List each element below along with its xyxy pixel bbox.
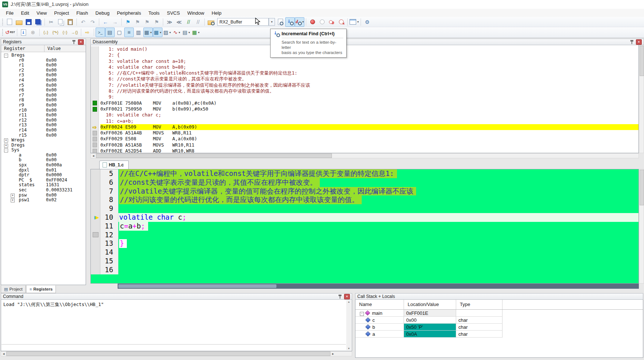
run-to-cursor-button[interactable]: →{} bbox=[70, 28, 79, 37]
register-row[interactable]: r70x00 bbox=[1, 93, 86, 98]
register-row[interactable]: r140x00 bbox=[1, 128, 86, 133]
register-row[interactable]: dptr0x0000 bbox=[1, 173, 86, 178]
tree-expander-icon[interactable]: + bbox=[4, 138, 8, 143]
editor-line[interactable]: 8//对访问该变量的代码进行优化，而是应该每次都在内存中读取该变量的值。 bbox=[91, 195, 638, 204]
disassembly-code[interactable]: 1: void main() 2: { 3: volatile char con… bbox=[90, 45, 639, 153]
disassembly-gutter[interactable] bbox=[91, 64, 99, 70]
editor-margin[interactable] bbox=[91, 257, 100, 266]
register-row[interactable]: r00x00 bbox=[1, 58, 86, 63]
analysis-window-button[interactable]: ∿▾ bbox=[172, 28, 182, 37]
disassembly-line[interactable]: 9: bbox=[91, 94, 638, 100]
register-row[interactable]: PC $0xFF0024 bbox=[1, 178, 86, 183]
memory-window-button[interactable]: ▦▾ bbox=[153, 28, 162, 37]
callstack-row[interactable]: a0x0Achar bbox=[355, 331, 643, 338]
disassembly-line[interactable]: 3: volatile char const a=10; bbox=[91, 58, 638, 64]
disassembly-gutter[interactable] bbox=[91, 136, 99, 142]
editor-line[interactable]: 9 bbox=[91, 204, 638, 213]
menu-edit[interactable]: Edit bbox=[17, 10, 33, 17]
disassembly-line[interactable]: 0xFF002B A51A5B MOVS WR10,R11 bbox=[91, 142, 638, 148]
close-icon[interactable]: × bbox=[636, 39, 642, 45]
editor-line[interactable]: 11c=a+b; bbox=[91, 222, 638, 231]
bookmark-toggle-button[interactable]: ⚑ bbox=[123, 17, 133, 27]
menu-debug[interactable]: Debug bbox=[92, 10, 113, 17]
find-in-files-button[interactable] bbox=[206, 17, 216, 27]
scrollbar-thumb[interactable] bbox=[640, 46, 644, 76]
tree-expander-icon[interactable]: - bbox=[360, 312, 364, 316]
menu-flash[interactable]: Flash bbox=[73, 10, 92, 17]
command-window-button[interactable]: >_ bbox=[96, 28, 105, 37]
scrollbar-thumb[interactable] bbox=[96, 154, 332, 158]
symbol-window-button[interactable]: ▢ bbox=[115, 28, 124, 37]
register-row[interactable]: r100x00 bbox=[1, 108, 86, 113]
breakpoint-kill-all-button[interactable] bbox=[336, 17, 346, 27]
editor-margin[interactable] bbox=[91, 248, 100, 257]
disassembly-line[interactable]: 1: void main() bbox=[91, 46, 638, 52]
breakpoint-disable-button[interactable] bbox=[317, 17, 327, 27]
tree-expander-icon[interactable]: - bbox=[4, 148, 8, 152]
register-row[interactable]: r40x00 bbox=[1, 78, 86, 83]
menu-peripherals[interactable]: Peripherals bbox=[113, 10, 145, 17]
save-all-button[interactable] bbox=[33, 17, 43, 27]
register-row[interactable]: r90x00 bbox=[1, 103, 86, 108]
editor-margin[interactable] bbox=[91, 231, 100, 240]
watch-window-button[interactable]: ▦▾ bbox=[143, 28, 153, 37]
register-row[interactable]: b0x00 bbox=[1, 158, 86, 163]
undo-button[interactable]: ↶ bbox=[78, 17, 88, 27]
scroll-right-icon[interactable]: ► bbox=[330, 352, 336, 356]
menu-project[interactable]: Project bbox=[50, 10, 72, 17]
scroll-left-icon[interactable]: ◄ bbox=[1, 352, 6, 356]
tree-expander-icon[interactable]: - bbox=[4, 54, 8, 58]
open-file-button[interactable] bbox=[14, 17, 24, 27]
breakpoint-disable-all-button[interactable] bbox=[327, 17, 336, 27]
stop-button[interactable]: ⊗ bbox=[28, 28, 38, 37]
register-row[interactable]: r80x00 bbox=[1, 98, 86, 103]
menu-svcs[interactable]: SVCS bbox=[163, 10, 183, 17]
disassembly-line[interactable]: 0xFF001E 75080A MOV a(0x08),#c(0x0A) bbox=[91, 100, 638, 106]
disassembly-line[interactable]: 0xFF0029 E508 MOV A,a(0x08) bbox=[91, 136, 638, 142]
editor-margin[interactable] bbox=[91, 187, 100, 196]
bookmark-prev-button[interactable]: ⚑ bbox=[133, 17, 142, 27]
disassembly-line[interactable]: 0xFF0021 750950 MOV b(0x09),#0x50 bbox=[91, 106, 638, 112]
debug-views-button[interactable]: ▾ bbox=[349, 17, 359, 27]
navigate-back-button[interactable]: ← bbox=[101, 17, 110, 27]
editor-margin[interactable] bbox=[91, 239, 100, 248]
register-row[interactable]: +psw10x02 bbox=[1, 198, 86, 203]
show-next-statement-button[interactable]: ⇨ bbox=[83, 28, 92, 37]
editor-margin[interactable] bbox=[91, 195, 100, 204]
editor-code-area[interactable]: 5//在C/C++编程中，volatile和const关键字用于向编译器提供关于… bbox=[90, 169, 639, 284]
register-row[interactable]: r20x00 bbox=[1, 68, 86, 73]
register-row[interactable]: dpxl0x01 bbox=[1, 168, 86, 173]
disassembly-gutter[interactable]: ⇨ bbox=[91, 124, 99, 130]
scroll-left-icon[interactable]: ◄ bbox=[91, 154, 96, 158]
disassembly-window-button[interactable]: ▤ bbox=[105, 28, 115, 37]
copy-button[interactable] bbox=[56, 17, 65, 27]
register-row[interactable]: states11631 bbox=[1, 183, 86, 188]
editor-margin[interactable] bbox=[91, 204, 100, 213]
new-file-button[interactable] bbox=[5, 17, 14, 27]
disassembly-gutter[interactable] bbox=[91, 52, 99, 58]
editor-margin[interactable]: ▶▶ bbox=[91, 213, 100, 222]
save-button[interactable] bbox=[24, 17, 33, 27]
disassembly-gutter[interactable] bbox=[91, 142, 99, 148]
scroll-up-icon[interactable]: ▲ bbox=[346, 300, 351, 303]
register-group-bregs[interactable]: -Bregs bbox=[1, 53, 86, 58]
register-row[interactable]: r50x00 bbox=[1, 83, 86, 88]
menu-file[interactable]: File bbox=[2, 10, 17, 17]
disassembly-vscrollbar[interactable] bbox=[639, 45, 644, 153]
editor-margin[interactable] bbox=[91, 266, 100, 274]
uncomment-selection-button[interactable]: // bbox=[193, 17, 203, 27]
register-row[interactable]: +psw0x00 bbox=[1, 193, 86, 198]
editor-line[interactable]: 15 bbox=[91, 257, 638, 266]
register-row[interactable]: r150x00 bbox=[1, 133, 86, 138]
disassembly-line[interactable]: 0xFF0026 A51A4B MOVS WR8,R11 bbox=[91, 130, 638, 136]
editor-line[interactable]: 13} bbox=[91, 239, 638, 248]
disassembly-gutter[interactable] bbox=[91, 100, 99, 106]
register-row[interactable]: r60x00 bbox=[1, 88, 86, 93]
scrollbar-thumb[interactable] bbox=[640, 170, 644, 205]
disassembly-gutter[interactable] bbox=[91, 106, 99, 112]
find-combo-dropdown[interactable]: ▾ bbox=[269, 18, 275, 26]
disassembly-gutter[interactable] bbox=[91, 94, 99, 100]
run-button[interactable] bbox=[19, 28, 28, 37]
bookmark-clear-all-button[interactable]: ⚑ bbox=[152, 17, 161, 27]
unindent-button[interactable]: ≪ bbox=[174, 17, 184, 27]
